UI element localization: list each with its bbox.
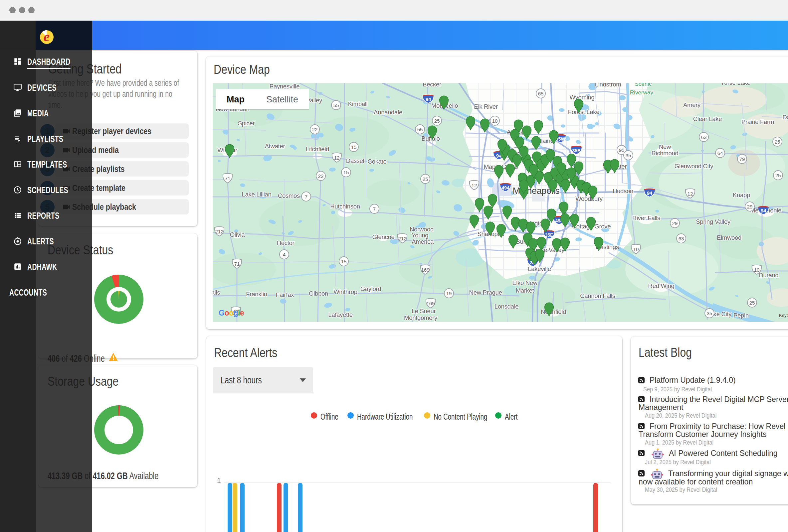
svg-text:Glenwood City: Glenwood City [674,163,713,169]
svg-text:35: 35 [707,310,712,316]
svg-text:25: 25 [749,300,755,306]
svg-text:10: 10 [633,246,639,252]
svg-text:Atwater: Atwater [265,143,285,150]
svg-text:Spicer: Spicer [238,120,255,127]
svg-text:New Prague: New Prague [469,289,502,296]
svg-text:25: 25 [422,176,428,182]
svg-text:10: 10 [754,267,760,273]
svg-text:Gaylord: Gaylord [360,285,381,292]
svg-text:Market: Market [516,287,534,294]
svg-text:55: 55 [333,102,339,108]
svg-text:Elko New: Elko New [512,279,538,286]
svg-text:Winthrop: Winthrop [333,288,357,295]
svg-text:212: 212 [215,229,223,234]
svg-text:River Falls: River Falls [632,214,660,222]
svg-text:e: e [44,30,50,44]
svg-text:7: 7 [373,206,376,212]
svg-text:Red Wing: Red Wing [648,282,674,289]
svg-text:ood Falls: ood Falls [213,289,220,296]
svg-text:12: 12 [334,155,340,161]
svg-text:64: 64 [717,150,723,156]
svg-text:Fairfax: Fairfax [276,291,294,298]
svg-text:19: 19 [446,291,452,296]
svg-text:Lafayette: Lafayette [328,311,352,318]
svg-text:35: 35 [626,152,631,158]
svg-text:Google: Google [219,309,244,317]
svg-text:15: 15 [343,169,349,175]
svg-text:Cokato: Cokato [368,158,387,165]
svg-text:Becker: Becker [422,83,441,88]
svg-text:Map: Map [226,95,244,104]
svg-text:Hector: Hector [277,239,295,246]
svg-text:Lonsdale: Lonsdale [494,303,519,310]
svg-text:America: America [412,238,434,245]
svg-text:169: 169 [421,267,429,273]
svg-text:Dassel: Dassel [346,157,365,164]
svg-text:Lake Lillian: Lake Lillian [242,191,272,198]
svg-text:22: 22 [318,173,324,179]
svg-text:Lindstrom: Lindstrom [595,83,621,88]
svg-text:35E: 35E [545,232,553,238]
svg-text:Le Sueur: Le Sueur [412,308,436,314]
svg-text:Franklin: Franklin [246,291,267,298]
svg-text:Lakeville: Lakeville [528,265,551,272]
svg-text:71: 71 [225,176,231,181]
svg-text:29: 29 [747,204,753,209]
svg-text:Clear Lake: Clear Lake [693,115,722,122]
svg-text:Prairie Farm: Prairie Farm [742,118,774,125]
svg-text:Hudson: Hudson [613,187,633,195]
svg-text:4: 4 [283,252,285,257]
svg-text:12: 12 [472,183,477,188]
svg-text:494: 494 [501,185,510,190]
svg-text:94: 94 [426,97,431,102]
svg-text:94: 94 [761,208,766,213]
svg-text:212: 212 [398,236,406,241]
svg-text:Cosmos: Cosmos [278,192,300,199]
svg-text:7: 7 [305,194,308,200]
svg-text:Riverway: Riverway [630,89,653,96]
svg-text:Satellite: Satellite [266,95,298,104]
svg-text:Richmond: Richmond [652,150,678,157]
svg-text:Wyoming: Wyoming [570,94,595,101]
svg-text:25: 25 [775,139,780,145]
svg-text:Pepin: Pepin [733,312,749,319]
svg-text:Olivia: Olivia [230,231,245,238]
svg-text:Spring Valley: Spring Valley [696,218,731,225]
svg-text:Amery: Amery [683,101,701,108]
svg-text:169: 169 [426,301,435,306]
svg-text:Hutchinson: Hutchinson [330,203,360,210]
svg-text:Gibbon: Gibbon [309,290,328,297]
svg-text:71: 71 [234,261,240,267]
svg-text:10: 10 [492,118,498,124]
svg-text:Scenic: Scenic [635,83,652,87]
svg-text:63: 63 [678,236,684,241]
svg-text:15: 15 [351,144,357,150]
svg-text:Forest Lake: Forest Lake [568,108,599,115]
svg-text:Annandale: Annandale [374,109,402,116]
svg-text:Kimball: Kimball [348,100,368,107]
svg-text:Dallas: Dallas [782,114,788,121]
svg-text:25: 25 [434,118,440,124]
svg-text:Paynesville: Paynesville [270,83,299,90]
svg-text:65: 65 [538,91,544,97]
svg-text:Montgomery: Montgomery [404,314,438,321]
svg-text:Turtle Lake: Turtle Lake [721,83,750,86]
svg-text:Elk River: Elk River [474,103,497,110]
svg-text:94: 94 [647,190,653,196]
svg-text:Cannon Falls: Cannon Falls [580,292,615,299]
svg-text:Durand: Durand [759,272,779,279]
svg-text:Woodbury: Woodbury [575,195,603,202]
svg-text:15: 15 [341,259,347,264]
svg-text:Knapp: Knapp [733,191,750,199]
svg-text:55: 55 [417,127,423,132]
svg-text:Glencoe: Glencoe [372,233,395,240]
svg-text:New: New [659,143,671,150]
svg-text:22: 22 [312,127,318,132]
svg-text:29: 29 [672,221,678,226]
svg-text:Litchfield: Litchfield [306,146,329,152]
svg-text:63: 63 [701,134,707,140]
svg-text:35E: 35E [572,148,581,153]
svg-text:Young: Young [412,232,428,239]
svg-text:95: 95 [619,147,625,153]
svg-text:25: 25 [775,172,781,178]
